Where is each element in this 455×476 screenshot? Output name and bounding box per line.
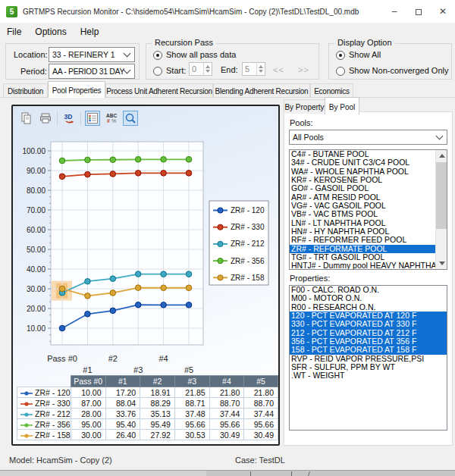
recursion-line-chart[interactable]: 10.0020.0030.0040.0050.0060.0070.0080.00… [13, 135, 277, 377]
show-all-label: Show All [349, 50, 381, 59]
tab-distribution[interactable]: Distribution [3, 83, 48, 98]
legend-toggle-icon[interactable] [85, 111, 100, 126]
tab-blending-adherent-recursion[interactable]: Blending Adherent Recursion [213, 83, 310, 98]
pool-item[interactable]: LN# - LT NAPHTHA POOL [290, 219, 435, 227]
scroll-thumb[interactable] [436, 162, 447, 229]
svg-text:80.00: 80.00 [27, 186, 46, 195]
scroll-up-button[interactable] [436, 150, 447, 161]
series-label-cell: ZR# - 158 [17, 430, 71, 440]
zoom-icon[interactable] [123, 111, 138, 126]
tab-by-property[interactable]: By Property [284, 99, 325, 114]
property-item[interactable]: SFR - SULFUR, PPM BY WT [290, 363, 447, 371]
location-dropdown[interactable]: 33 - REFINERY 1 [49, 47, 135, 62]
pool-item[interactable]: KR# - KEROSENE POOL [290, 176, 435, 184]
value-cell: 21.80 [209, 387, 244, 398]
value-cell: 37.44 [209, 409, 244, 419]
chevron-down-icon [437, 133, 443, 139]
start-value: 0 [192, 64, 196, 74]
pool-item[interactable]: RF# - REFORMER FEED POOL [290, 236, 435, 244]
tab-process-unit-adherent-recursion[interactable]: Process Unit Adherent Recursion [105, 83, 213, 98]
show-all-radio[interactable]: Show All [336, 48, 381, 61]
maximize-button[interactable] [406, 0, 431, 23]
spinner-arrows[interactable] [256, 63, 265, 75]
pool-item[interactable]: HN# - HY NAPHTHA POOL [290, 227, 435, 236]
table-header-cell: #2 [140, 376, 175, 387]
property-item[interactable]: M00 - MOTOR O.N. [290, 294, 447, 302]
property-item[interactable]: 212 - PCT EVAPORATED AT 212 F [290, 329, 447, 337]
series-label-cell: ZR# - 212 [17, 409, 71, 419]
pool-item[interactable]: TG# - TRT GASOIL POOL [290, 253, 435, 261]
bottom-strip [0, 470, 455, 476]
print-icon[interactable] [38, 111, 53, 126]
value-cell: 17.20 [105, 387, 140, 398]
svg-text:90.00: 90.00 [27, 167, 46, 175]
copy-icon[interactable] [19, 111, 34, 126]
pools-scrollbar[interactable] [435, 150, 447, 269]
show-nonconverged-label: Show Non-converged Only [349, 66, 448, 75]
pool-item[interactable]: WA# - WHOLE NAPHTHA POOL [290, 168, 435, 176]
period-dropdown[interactable]: AA - PERIOD 31 DAY [49, 64, 135, 79]
pool-item[interactable]: GO# - GASOIL POOL [290, 184, 435, 193]
property-item[interactable]: .WT - WEIGHT [290, 371, 447, 380]
menu-file[interactable]: File [0, 27, 28, 37]
bottom-strip-left [0, 471, 206, 476]
table-header-cell: Pass #0 [71, 376, 105, 387]
table-header-cell: #5 [244, 376, 278, 387]
spinner-arrows[interactable] [203, 63, 212, 75]
value-cell: 18.91 [140, 387, 175, 398]
pool-item[interactable]: VG# - VAC GASOIL POOL [290, 202, 435, 210]
bottom-strip-tick [250, 471, 251, 476]
tab-by-pool[interactable]: By Pool [325, 97, 359, 114]
property-item[interactable]: 120 - PCT EVAPORATED AT 120 F [290, 312, 447, 320]
property-item[interactable]: F00 - CALC. ROAD O.N. [290, 286, 447, 294]
location-period-group: Location: 33 - REFINERY 1 Period: AA - P… [5, 43, 140, 80]
pass-forward-button[interactable]: >> [298, 65, 309, 74]
show-nonconverged-radio[interactable]: Show Non-converged Only [336, 64, 448, 77]
show-all-pass-label: Show all pass data [166, 50, 236, 59]
pool-item[interactable]: ZR# - REFORMATE POOL [290, 245, 435, 253]
series-label-cell: ZR# - 330 [17, 398, 71, 409]
show-all-pass-radio[interactable]: Show all pass data [153, 48, 236, 61]
maximize-icon [416, 9, 422, 15]
pool-item[interactable]: AR# - ATM RESID POOL [290, 193, 435, 202]
table-row: ZR# - 15830.0026.4027.9230.5330.4930.49 [17, 430, 278, 440]
end-spinner[interactable]: 5 [242, 62, 265, 76]
svg-text:#5: #5 [184, 365, 193, 374]
start-end-radio[interactable]: Start: [153, 64, 186, 77]
svg-text:#3: #3 [133, 365, 143, 374]
chart-data-table[interactable]: Pass #0#1#2#3#4#5ZR# - 12010.0017.2018.9… [17, 375, 278, 440]
property-item[interactable]: 356 - PCT EVAPORATED AT 356 F [290, 337, 447, 346]
tab-pool-properties[interactable]: Pool Properties [48, 81, 105, 98]
property-item[interactable]: 158 - PCT EVAPORATED AT 158 F [290, 346, 447, 354]
menu-help[interactable]: Help [74, 27, 106, 37]
pool-item[interactable]: 34# - CRUDE UNIT C3/C4 POOL [290, 158, 435, 167]
start-spinner[interactable]: 0 [189, 62, 212, 76]
point-labels-icon[interactable]: ABC#% [104, 111, 119, 126]
pools-listbox[interactable]: C4# - BUTANE POOL34# - CRUDE UNIT C3/C4 … [289, 149, 447, 270]
pool-item[interactable]: HNTJ# - Dummy pool HEAVY NAPHTHA EP [290, 261, 435, 270]
svg-text:Pass #0: Pass #0 [47, 354, 77, 363]
value-cell: 95.49 [140, 419, 175, 430]
property-item[interactable]: R00 - RESEARCH O.N. [290, 303, 447, 312]
3d-rotate-icon[interactable]: 3D [61, 111, 77, 126]
value-cell: 10.00 [71, 387, 105, 398]
menu-options[interactable]: Options [28, 27, 73, 37]
pool-item[interactable]: VB# - VAC BTMS POOL [290, 210, 435, 218]
table-header-cell: #3 [174, 376, 209, 387]
property-item[interactable]: RVP - REID VAPOR PRESSURE,PSI [290, 355, 447, 363]
value-cell: 21.80 [244, 387, 278, 398]
minimize-button[interactable]: – [382, 0, 406, 23]
tab-economics[interactable]: Economics [310, 83, 353, 98]
svg-text:#1: #1 [83, 365, 92, 374]
scroll-down-button[interactable] [436, 258, 447, 269]
svg-text:ZR# - 120: ZR# - 120 [231, 206, 265, 215]
value-cell: 88.70 [244, 398, 278, 409]
properties-listbox[interactable]: F00 - CALC. ROAD O.N.M00 - MOTOR O.N.R00… [289, 285, 447, 431]
pools-filter-dropdown[interactable]: All Pools [289, 130, 447, 145]
window-title: GRTMPS Recursion Monitor - C:\hsidemo54\… [23, 8, 359, 16]
property-item[interactable]: 330 - PCT EVAPORATED AT 330 F [290, 320, 447, 328]
pass-back-button[interactable]: << [273, 65, 284, 74]
pool-item[interactable]: C4# - BUTANE POOL [290, 150, 435, 158]
close-button[interactable]: ✕ [431, 0, 455, 23]
svg-text:ZR# - 158: ZR# - 158 [231, 274, 265, 282]
